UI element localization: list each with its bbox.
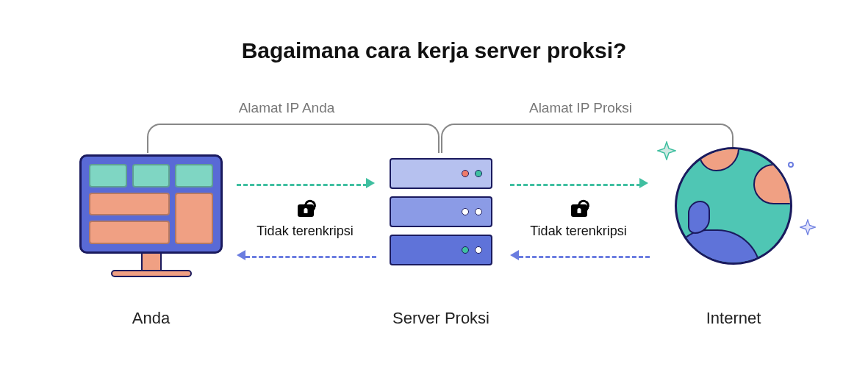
arrowhead-icon — [237, 250, 245, 260]
arrowhead-icon — [639, 178, 648, 188]
internet-label: Internet — [675, 309, 792, 328]
dot-icon — [788, 162, 794, 168]
computer-monitor-icon — [79, 154, 223, 277]
server-stack-icon — [390, 158, 492, 265]
proxy-label: Server Proksi — [367, 309, 514, 328]
arrow-proxy-to-you — [245, 256, 376, 258]
arrowhead-icon — [366, 178, 375, 188]
your-ip-bracket — [147, 124, 440, 153]
your-ip-label: Alamat IP Anda — [191, 100, 382, 116]
you-label: Anda — [79, 309, 223, 328]
arrow-proxy-to-internet — [510, 184, 641, 186]
proxy-ip-label: Alamat IP Proksi — [485, 100, 676, 116]
sparkle-icon — [800, 219, 816, 235]
globe-icon — [675, 147, 800, 272]
arrow-internet-to-proxy — [519, 256, 650, 258]
right-encryption-label: Tidak terenkripsi — [516, 224, 641, 239]
sparkle-icon — [657, 141, 676, 160]
unlocked-lock-icon — [293, 197, 319, 217]
left-encryption-label: Tidak terenkripsi — [243, 224, 367, 239]
diagram-title: Bagaimana cara kerja server proksi? — [0, 38, 868, 63]
unlocked-lock-icon — [566, 197, 592, 217]
arrow-you-to-proxy — [237, 184, 367, 186]
arrowhead-icon — [510, 250, 519, 260]
